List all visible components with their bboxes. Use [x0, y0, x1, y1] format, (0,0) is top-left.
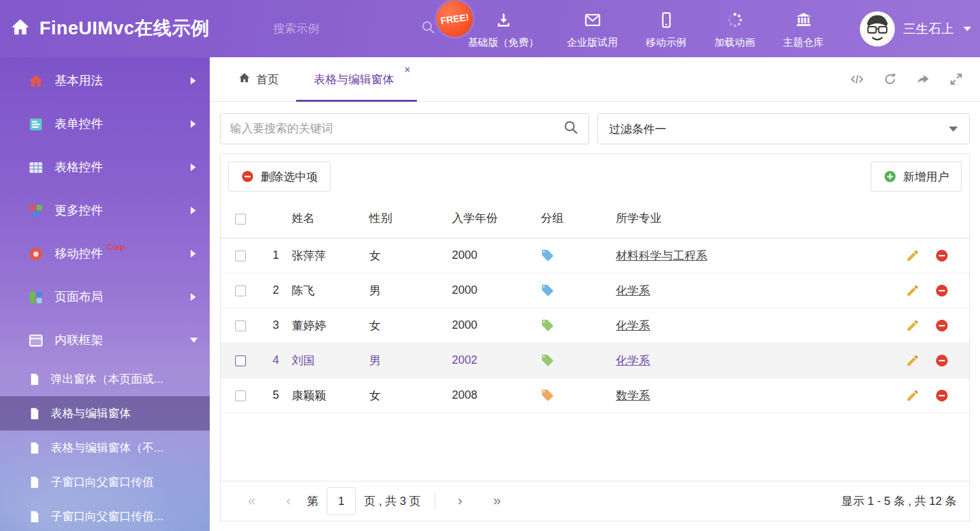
share-icon[interactable] [916, 72, 930, 86]
chevron-down-icon [949, 127, 958, 132]
search-icon[interactable] [563, 120, 579, 138]
major-link[interactable]: 化学系 [616, 354, 650, 367]
sidebar-subitem-label: 表格与编辑窗体（不... [51, 440, 163, 455]
next-page-button[interactable]: › [442, 493, 479, 509]
row-number: 1 [260, 238, 292, 273]
minus-circle-icon [241, 170, 254, 183]
filter-dropdown-value: 过滤条件一 [609, 121, 667, 137]
table-row[interactable]: 1 张萍萍 女 2000 材料科学与工程系 [221, 238, 969, 273]
prev-page-button[interactable]: ‹ [270, 493, 307, 509]
edit-icon[interactable] [906, 389, 920, 403]
sidebar-item-form-controls[interactable]: 表单控件 [0, 102, 210, 146]
pagination-bar: « ‹ 第 页 , 共 3 页 › » 显示 1 - 5 条 , 共 12 条 [221, 481, 969, 521]
edit-icon[interactable] [906, 284, 920, 298]
nav-item-loading-anim[interactable]: 加载动画 [700, 0, 769, 57]
app-logo[interactable]: FineUIMvc在线示例 [10, 0, 210, 57]
cell-year: 2000 [452, 308, 541, 343]
tag-icon [541, 319, 554, 332]
keyword-search-box [220, 113, 589, 144]
chevron-right-icon [191, 293, 196, 301]
table-row[interactable]: 2 陈飞 男 2000 化学系 [221, 273, 969, 308]
add-user-button[interactable]: 新增用户 [871, 162, 962, 191]
sidebar-item-label: 更多控件 [55, 202, 103, 219]
avatar [860, 11, 895, 46]
sidebar-subitem-label: 表格与编辑窗体 [51, 406, 131, 421]
row-checkbox[interactable] [235, 251, 246, 261]
spinner-icon [726, 11, 744, 31]
delete-selected-button[interactable]: 删除选中项 [228, 162, 330, 191]
source-code-icon[interactable] [850, 72, 864, 86]
filter-row: 过滤条件一 [220, 113, 970, 144]
user-menu[interactable]: 三生石上 [860, 0, 971, 57]
sidebar-item-mobile-controls[interactable]: 移动控件 Corp. [0, 232, 210, 275]
table-row[interactable]: 3 董婷婷 女 2000 化学系 [221, 308, 969, 343]
grid-toolbar: 删除选中项 新增用户 [221, 154, 969, 199]
delete-icon[interactable] [935, 389, 949, 403]
cell-year: 2000 [452, 273, 541, 308]
tag-icon [541, 354, 554, 367]
filter-dropdown[interactable]: 过滤条件一 [597, 113, 970, 144]
search-icon[interactable] [421, 20, 436, 38]
sidebar-subitem-child-to-parent[interactable]: 子窗口向父窗口传值 [0, 465, 210, 499]
edit-icon[interactable] [906, 249, 920, 263]
window-frame-icon [28, 333, 44, 348]
edit-icon[interactable] [906, 354, 920, 368]
cell-gender: 男 [369, 343, 452, 378]
delete-icon[interactable] [935, 249, 949, 263]
major-link[interactable]: 化学系 [616, 319, 650, 332]
nav-item-theme-store[interactable]: 主题仓库 [769, 0, 838, 57]
sidebar-item-more-controls[interactable]: 更多控件 [0, 189, 210, 232]
sidebar-item-label: 移动控件 [55, 245, 103, 262]
sidebar-subitem-grid-edit-window-alt[interactable]: 表格与编辑窗体（不... [0, 431, 210, 465]
row-checkbox[interactable] [235, 390, 246, 401]
tab-grid-edit-window[interactable]: 表格与编辑窗体 × [296, 57, 417, 101]
record-summary: 显示 1 - 5 条 , 共 12 条 [841, 493, 956, 509]
layout-icon [28, 289, 44, 305]
column-header-name: 姓名 [292, 199, 369, 238]
sidebar-item-basic-usage[interactable]: 基本用法 [0, 59, 210, 102]
users-table: 姓名 性别 入学年份 分组 所学专业 1 张萍萍 女 2000 材料科学与工程系 [221, 199, 969, 413]
row-checkbox[interactable] [235, 286, 246, 296]
row-checkbox[interactable] [235, 355, 246, 366]
close-icon[interactable]: × [404, 64, 411, 75]
table-row[interactable]: 5 康颖颖 女 2008 数学系 [221, 378, 969, 413]
chevron-down-icon [190, 338, 198, 343]
sidebar-subitem-popup-window[interactable]: 弹出窗体（本页面或... [0, 362, 210, 396]
sidebar: 基本用法 表单控件 表格控件 更多控件 [0, 57, 210, 531]
header-search-input[interactable] [273, 22, 421, 36]
delete-icon[interactable] [935, 354, 949, 368]
sidebar-subitem-child-to-parent-alt[interactable]: 子窗口向父窗口传值... [0, 499, 210, 531]
tab-home[interactable]: 首页 [221, 57, 296, 101]
delete-icon[interactable] [935, 319, 949, 333]
nav-item-enterprise-trial[interactable]: 企业版试用 [553, 0, 632, 57]
home-icon [238, 72, 250, 87]
row-checkbox[interactable] [235, 321, 246, 331]
chevron-down-icon [963, 27, 971, 31]
sidebar-item-iframe[interactable]: 内联框架 [0, 319, 210, 362]
last-page-button[interactable]: » [479, 493, 515, 509]
table-row-selected[interactable]: 4 刘国 男 2002 化学系 [221, 343, 969, 378]
row-number: 3 [260, 308, 292, 343]
sidebar-item-page-layout[interactable]: 页面布局 [0, 275, 210, 319]
select-all-checkbox[interactable] [235, 214, 246, 224]
sidebar-item-grid-controls[interactable]: 表格控件 [0, 146, 210, 189]
major-link[interactable]: 数学系 [616, 389, 650, 402]
nav-item-mobile-demo[interactable]: 移动示例 [632, 0, 700, 57]
form-icon [28, 116, 44, 132]
cubes-icon [28, 203, 44, 219]
keyword-search-input[interactable] [230, 122, 563, 135]
major-link[interactable]: 化学系 [616, 284, 650, 297]
page-number-input[interactable] [327, 487, 356, 515]
tag-icon [541, 389, 554, 402]
first-page-button[interactable]: « [233, 493, 270, 509]
sidebar-subitem-grid-edit-window[interactable]: 表格与编辑窗体 [0, 396, 210, 431]
expand-icon[interactable] [949, 72, 963, 86]
home-icon [28, 73, 44, 89]
edit-icon[interactable] [906, 319, 920, 333]
refresh-icon[interactable] [883, 72, 897, 86]
nav-label: 加载动画 [714, 36, 755, 50]
user-name: 三生石上 [903, 20, 954, 38]
delete-icon[interactable] [935, 284, 949, 298]
major-link[interactable]: 材料科学与工程系 [616, 249, 707, 262]
tag-icon [541, 249, 554, 262]
